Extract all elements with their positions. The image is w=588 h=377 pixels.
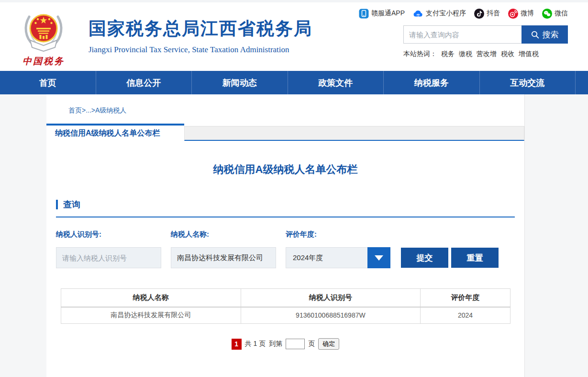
- goto-prefix-text: 到第: [269, 340, 282, 348]
- pagination: 1 共 1 页 到第 页 确定: [46, 338, 524, 350]
- nav-item-news[interactable]: 新闻动态: [191, 71, 288, 94]
- main-nav: 首页 信息公开 新闻动态 政策文件 纳税服务 互动交流: [0, 71, 588, 94]
- logo-caption: 中国税务: [16, 55, 71, 68]
- goto-page-input[interactable]: [286, 339, 305, 349]
- hot-word-link[interactable]: 营改增: [477, 50, 497, 58]
- breadcrumb-separator: >...>: [82, 106, 95, 114]
- hot-words-row: 本站热词： 税务 缴税 营改增 税收 增值税: [403, 50, 568, 58]
- hot-word-link[interactable]: 税务: [441, 50, 455, 58]
- select-arrow-box[interactable]: [367, 247, 390, 268]
- header-evaluation-year: 评价年度: [421, 289, 510, 307]
- confirm-goto-button[interactable]: 确定: [318, 338, 339, 350]
- search-button-label: 搜索: [543, 29, 559, 40]
- goto-suffix-text: 页: [308, 340, 315, 348]
- header-right-panel: 赣服通APP 支付宝小程序 抖音: [357, 7, 568, 58]
- cell-taxpayer-name: 南昌协达科技发展有限公司: [61, 307, 241, 324]
- nav-item-tax-services[interactable]: 纳税服务: [383, 71, 479, 94]
- hot-word-link[interactable]: 税收: [501, 50, 514, 58]
- social-label: 微博: [521, 9, 534, 18]
- alipay-cloud-icon: [413, 9, 423, 19]
- page-title: 纳税信用A级纳税人名单公布栏: [46, 162, 524, 177]
- tax-emblem-icon: [20, 10, 67, 52]
- site-logo[interactable]: 中国税务: [16, 10, 71, 68]
- evaluation-year-field-group: 评价年度: 2024年度: [286, 230, 390, 268]
- taxpayer-name-input[interactable]: [171, 247, 276, 268]
- social-links-row: 赣服通APP 支付宝小程序 抖音: [357, 7, 568, 20]
- query-section-header: 查询: [56, 199, 515, 217]
- taxpayer-name-field-group: 纳税人名称:: [171, 230, 276, 268]
- hot-word-link[interactable]: 缴税: [459, 50, 472, 58]
- submit-button[interactable]: 提交: [401, 248, 448, 268]
- taxpayer-id-field-group: 纳税人识别号:: [56, 230, 161, 268]
- site-header: 中国税务 国家税务总局江西省税务局 Jiangxi Provincial Tax…: [0, 2, 588, 71]
- site-search: 搜索: [403, 25, 568, 44]
- nav-overflow-sliver: [575, 71, 588, 94]
- weibo-icon: [508, 9, 518, 19]
- total-pages-text: 共 1 页: [245, 340, 266, 348]
- site-subtitle: Jiangxi Provincial Tax Service, State Ta…: [89, 45, 312, 55]
- hot-words-label: 本站热词：: [403, 50, 437, 58]
- nav-item-interaction[interactable]: 互动交流: [479, 71, 576, 94]
- link-wechat[interactable]: 微信: [542, 9, 568, 19]
- section-accent-bar: [56, 200, 58, 209]
- header-taxpayer-id: 纳税人识别号: [241, 289, 421, 307]
- evaluation-year-selected-value: 2024年度: [286, 247, 367, 268]
- results-table: 纳税人名称 纳税人识别号 评价年度 南昌协达科技发展有限公司 913601006…: [61, 288, 510, 324]
- chevron-down-icon: [375, 255, 383, 261]
- social-label: 支付宝小程序: [426, 9, 466, 18]
- tab-a-level-taxpayer-list[interactable]: 纳税信用A级纳税人名单公布栏: [46, 124, 184, 141]
- table-header-row: 纳税人名称 纳税人识别号 评价年度: [61, 289, 510, 307]
- taxpayer-id-label: 纳税人识别号:: [56, 230, 161, 239]
- cell-taxpayer-id: 91360100688516987W: [241, 307, 421, 324]
- cell-evaluation-year: 2024: [421, 307, 510, 324]
- reset-button[interactable]: 重置: [451, 248, 499, 268]
- content-card: 首页>...>A级纳税人 纳税信用A级纳税人名单公布栏 纳税信用A级纳税人名单公…: [46, 94, 525, 377]
- main-area: 首页>...>A级纳税人 纳税信用A级纳税人名单公布栏 纳税信用A级纳税人名单公…: [0, 94, 588, 377]
- site-title: 国家税务总局江西省税务局: [89, 17, 312, 41]
- evaluation-year-label: 评价年度:: [286, 230, 390, 239]
- nav-item-info-disclosure[interactable]: 信息公开: [96, 71, 192, 94]
- search-button[interactable]: 搜索: [521, 25, 568, 44]
- wechat-icon: [542, 9, 552, 19]
- query-form: 纳税人识别号: 纳税人名称: 评价年度: 2024年度 提交 重置: [56, 230, 515, 268]
- header-taxpayer-name: 纳税人名称: [61, 289, 241, 307]
- social-label: 抖音: [487, 9, 500, 18]
- query-section-title: 查询: [63, 199, 80, 210]
- form-buttons: 提交 重置: [401, 248, 499, 268]
- evaluation-year-select[interactable]: 2024年度: [286, 247, 390, 268]
- search-input[interactable]: [403, 25, 521, 44]
- breadcrumb-current[interactable]: A级纳税人: [95, 106, 126, 114]
- douyin-icon: [474, 9, 484, 19]
- tab-bar: 纳税信用A级纳税人名单公布栏: [46, 124, 524, 141]
- nav-item-home[interactable]: 首页: [0, 71, 96, 94]
- phone-app-icon: [359, 9, 369, 19]
- link-weibo[interactable]: 微博: [508, 9, 534, 19]
- breadcrumb: 首页>...>A级纳税人: [46, 94, 524, 113]
- tab-bar-filler: [184, 126, 524, 141]
- link-alipay-miniprogram[interactable]: 支付宝小程序: [413, 9, 466, 19]
- social-label: 微信: [555, 9, 568, 18]
- current-page-button[interactable]: 1: [232, 339, 242, 350]
- taxpayer-name-label: 纳税人名称:: [171, 230, 276, 239]
- hot-word-link[interactable]: 增值税: [519, 50, 539, 58]
- breadcrumb-home-link[interactable]: 首页: [68, 106, 82, 114]
- social-label: 赣服通APP: [371, 9, 405, 18]
- search-icon: [531, 31, 539, 39]
- site-titles: 国家税务总局江西省税务局 Jiangxi Provincial Tax Serv…: [89, 10, 312, 68]
- taxpayer-id-input[interactable]: [56, 247, 161, 268]
- nav-item-policy-documents[interactable]: 政策文件: [288, 71, 384, 94]
- link-douyin[interactable]: 抖音: [474, 9, 500, 19]
- link-ganfutong-app[interactable]: 赣服通APP: [359, 9, 405, 19]
- table-row: 南昌协达科技发展有限公司 91360100688516987W 2024: [61, 307, 510, 324]
